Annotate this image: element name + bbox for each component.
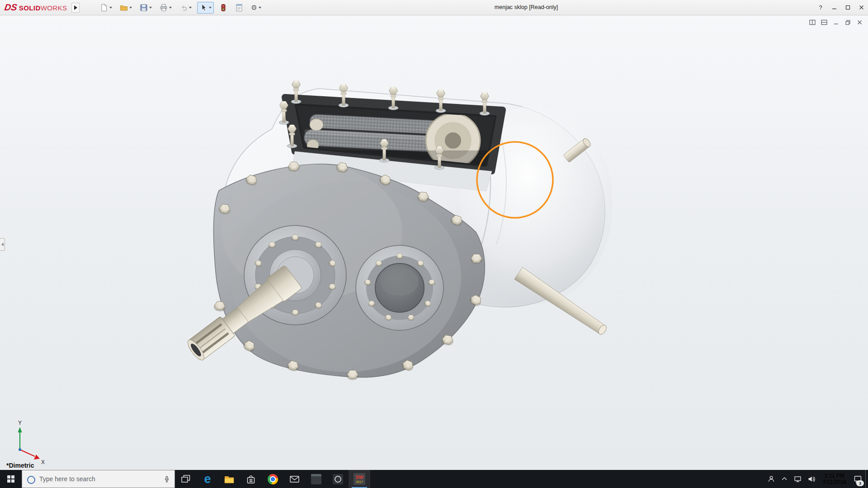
task-view-button[interactable]: [175, 470, 197, 488]
open-folder-icon: [120, 4, 128, 12]
document-close-icon: [857, 19, 863, 25]
file-properties-icon: [235, 4, 243, 12]
dropdown-caret-icon: [149, 7, 152, 9]
mail-button[interactable]: [283, 470, 305, 488]
undo-button[interactable]: [177, 2, 194, 14]
window-controls: ?: [814, 0, 868, 15]
rebuild-button[interactable]: [217, 2, 230, 14]
featuremanager-collapsed-tab[interactable]: [0, 238, 5, 251]
speaker-icon: [808, 476, 816, 483]
solidworks-titlebar: DSSOLIDWORKS: [0, 0, 868, 15]
file-properties-button[interactable]: [233, 2, 245, 14]
expand-arrow-icon: [74, 5, 77, 10]
document-restore-icon: [845, 19, 851, 25]
solidworks-app-icon: SW 2017: [354, 473, 365, 485]
new-document-button[interactable]: [98, 2, 114, 14]
orientation-triad: Y X: [18, 420, 45, 465]
split-pane-horizontal-button[interactable]: [821, 19, 828, 26]
open-button[interactable]: [118, 2, 134, 14]
close-button[interactable]: [854, 0, 868, 15]
network-button[interactable]: [791, 470, 805, 488]
view-orientation-label: *Dimetric: [6, 462, 34, 469]
windows-taskbar: e SW 2017: [0, 470, 868, 488]
search-input[interactable]: [22, 470, 175, 488]
desktop: { "titlebar": { "logo": { "ds": "DS", "s…: [0, 0, 868, 488]
network-icon: [794, 475, 802, 483]
edge-button[interactable]: e: [197, 470, 218, 488]
document-close-button[interactable]: [856, 19, 863, 26]
clock-time: 3:11 PM: [825, 473, 844, 479]
cortana-icon: [27, 476, 35, 484]
people-button[interactable]: [764, 470, 778, 488]
pinned-app-button-1[interactable]: [305, 470, 327, 488]
triad-x-label: X: [41, 459, 45, 465]
hidden-icons-button[interactable]: [778, 470, 791, 488]
chevron-up-icon: [781, 476, 788, 482]
split-pane-horizontal-icon: [821, 19, 828, 25]
start-button[interactable]: [0, 470, 22, 488]
quick-access-toolbar: ⚙: [98, 2, 263, 14]
chrome-icon: [268, 474, 278, 484]
print-button[interactable]: [157, 2, 174, 14]
volume-button[interactable]: [805, 470, 819, 488]
mail-icon: [289, 475, 300, 483]
file-explorer-icon: [224, 474, 235, 484]
select-button[interactable]: [197, 2, 214, 14]
microsoft-store-icon: [245, 474, 256, 484]
dropdown-caret-icon: [169, 7, 172, 9]
solidworks-logo: DSSOLIDWORKS: [5, 2, 67, 13]
clock-date: 7/11/2018: [823, 479, 847, 485]
maximize-button[interactable]: [841, 0, 854, 15]
document-restore-button[interactable]: [844, 19, 852, 26]
print-icon: [160, 4, 168, 12]
pinned-app-button-2[interactable]: [327, 470, 349, 488]
z-axis-dot-icon: [19, 448, 21, 451]
dropdown-caret-icon: [189, 7, 192, 9]
collapse-arrow-icon: [1, 243, 4, 246]
chrome-button[interactable]: [262, 470, 283, 488]
graphics-area: Y X *Dimetric: [0, 15, 868, 470]
triad-y-label: Y: [18, 420, 22, 426]
taskbar-search: [22, 470, 175, 488]
file-explorer-button[interactable]: [218, 470, 240, 488]
microsoft-store-button[interactable]: [240, 470, 262, 488]
dropdown-caret-icon: [109, 7, 112, 9]
pinned-app-icon-2: [333, 474, 343, 484]
new-document-icon: [100, 4, 108, 12]
gearbox-model-canvas: Y X: [0, 15, 868, 470]
document-title: menjac sklop [Read-only]: [495, 0, 558, 15]
notification-badge: 3: [856, 480, 864, 486]
document-window-controls: [809, 19, 863, 26]
options-button[interactable]: ⚙: [249, 2, 263, 14]
maximize-icon: [845, 5, 850, 10]
save-button[interactable]: [137, 2, 154, 14]
show-desktop-button[interactable]: [865, 470, 868, 488]
help-button[interactable]: ?: [814, 0, 827, 15]
menu-expand-button[interactable]: [71, 3, 80, 13]
windows-logo-icon: [7, 475, 14, 483]
split-pane-vertical-icon: [809, 19, 816, 25]
dropdown-caret-icon: [259, 7, 261, 9]
system-tray: 3:11 PM 7/11/2018 3: [764, 470, 868, 488]
x-axis-arrow-icon: [34, 455, 40, 460]
dropdown-caret-icon: [129, 7, 132, 9]
task-view-icon: [181, 474, 191, 483]
document-minimize-button[interactable]: [832, 19, 840, 26]
pinned-app-icon-1: [311, 474, 321, 484]
solidworks-taskbar-button[interactable]: SW 2017: [349, 470, 370, 488]
split-pane-vertical-button[interactable]: [809, 19, 816, 26]
save-floppy-icon: [140, 4, 148, 12]
rebuild-icon: [219, 4, 227, 12]
minimize-button[interactable]: [827, 0, 841, 15]
microphone-icon[interactable]: [164, 476, 170, 483]
undo-icon: [179, 4, 188, 12]
select-cursor-icon: [199, 4, 208, 12]
gear-icon: ⚙: [251, 2, 257, 13]
minimize-icon: [832, 5, 837, 10]
taskbar-spacer: [370, 470, 764, 488]
document-minimize-icon: [833, 19, 839, 25]
dropdown-caret-icon: [209, 7, 212, 9]
y-axis-arrow-icon: [18, 427, 22, 432]
taskbar-clock[interactable]: 3:11 PM 7/11/2018: [819, 470, 851, 488]
action-center-button[interactable]: 3: [850, 470, 865, 488]
